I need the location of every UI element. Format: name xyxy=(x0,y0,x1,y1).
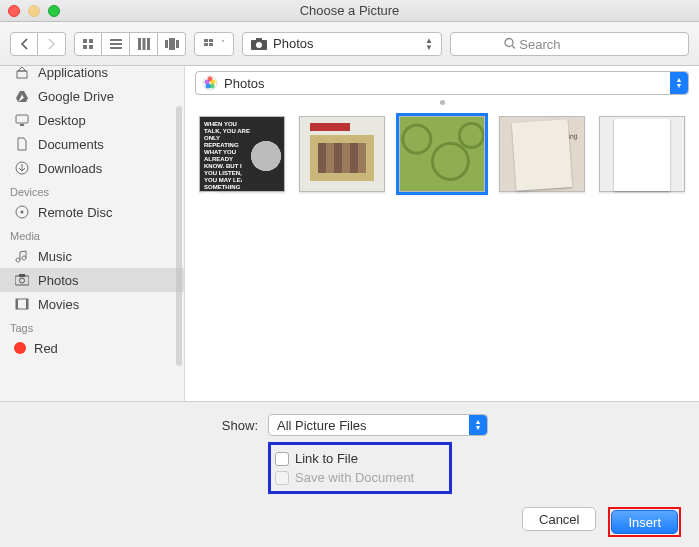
sidebar-item-label: Photos xyxy=(38,273,78,288)
google-drive-icon xyxy=(14,88,30,104)
view-mode-buttons xyxy=(74,32,186,56)
svg-line-21 xyxy=(512,46,515,49)
sidebar-item-label: Remote Disc xyxy=(38,205,112,220)
sidebar-item-tag-red[interactable]: Red xyxy=(0,336,184,360)
photos-app-icon xyxy=(202,75,218,91)
forward-button xyxy=(38,32,66,56)
svg-rect-28 xyxy=(15,276,29,285)
svg-rect-16 xyxy=(209,43,213,46)
icon-grid[interactable]: WHEN YOU TALK, YOU ARE ONLY REPEATING WH… xyxy=(185,106,699,401)
svg-rect-18 xyxy=(256,38,262,41)
movies-icon xyxy=(14,296,30,312)
sidebar-item-label: Red xyxy=(34,341,58,356)
svg-rect-29 xyxy=(19,274,25,277)
svg-rect-0 xyxy=(83,39,87,43)
nav-buttons xyxy=(10,32,66,56)
window-title: Choose a Picture xyxy=(0,3,699,18)
location-label: Photos xyxy=(273,36,313,51)
sidebar-item-label: Desktop xyxy=(38,113,86,128)
checkbox-label: Link to File xyxy=(295,451,358,466)
svg-rect-4 xyxy=(110,39,122,41)
arrange-button[interactable]: ˅ xyxy=(194,32,234,56)
svg-point-39 xyxy=(205,80,210,85)
sidebar-item-desktop[interactable]: Desktop xyxy=(0,108,184,132)
sidebar-item-label: Music xyxy=(38,249,72,264)
dialog-buttons: Cancel Insert xyxy=(18,497,681,537)
path-label: Photos xyxy=(224,76,264,91)
svg-rect-22 xyxy=(17,71,27,78)
svg-rect-15 xyxy=(204,43,208,46)
sidebar-item-google-drive[interactable]: Google Drive xyxy=(0,84,184,108)
checkbox-icon xyxy=(275,452,289,466)
sidebar-item-label: Google Drive xyxy=(38,89,114,104)
search-input[interactable] xyxy=(450,32,689,56)
sidebar-item-movies[interactable]: Movies xyxy=(0,292,184,316)
save-with-document-checkbox: Save with Document xyxy=(275,468,443,487)
icon-view-button[interactable] xyxy=(74,32,102,56)
back-button[interactable] xyxy=(10,32,38,56)
svg-rect-10 xyxy=(165,40,168,48)
link-options-highlight: Link to File Save with Document xyxy=(268,442,452,494)
svg-point-30 xyxy=(20,278,25,283)
sidebar-heading-tags: Tags xyxy=(0,316,184,336)
updown-icon: ▲▼ xyxy=(469,415,487,435)
svg-rect-12 xyxy=(176,40,179,48)
insert-button-highlight: Insert xyxy=(608,507,681,537)
photo-thumbnail[interactable]: WHEN YOU TALK, YOU ARE ONLY REPEATING WH… xyxy=(199,116,285,192)
svg-rect-8 xyxy=(142,38,145,50)
checkbox-icon xyxy=(275,471,289,485)
path-bar: Photos ▲▼ xyxy=(185,66,699,100)
camera-icon xyxy=(14,272,30,288)
path-popup[interactable]: Photos ▲▼ xyxy=(195,71,689,95)
toolbar: ˅ Photos ▲▼ Search xyxy=(0,22,699,66)
sidebar-item-remote-disc[interactable]: Remote Disc xyxy=(0,200,184,224)
sidebar-item-music[interactable]: Music xyxy=(0,244,184,268)
svg-rect-2 xyxy=(83,45,87,49)
svg-rect-32 xyxy=(16,299,18,309)
arrange-button-group: ˅ xyxy=(194,32,234,56)
red-tag-icon xyxy=(14,342,26,354)
music-icon xyxy=(14,248,30,264)
file-type-value: All Picture Files xyxy=(277,418,367,433)
sidebar-item-applications[interactable]: Applications xyxy=(0,66,184,84)
search-field[interactable]: Search xyxy=(450,32,689,56)
sidebar-item-photos[interactable]: Photos xyxy=(0,268,184,292)
sidebar-scrollbar[interactable] xyxy=(176,106,182,366)
link-to-file-checkbox[interactable]: Link to File xyxy=(275,449,443,468)
column-view-button[interactable] xyxy=(130,32,158,56)
sidebar-heading-media: Media xyxy=(0,224,184,244)
sidebar: Applications Google Drive Desktop Docume… xyxy=(0,66,185,401)
sidebar-item-label: Applications xyxy=(38,66,108,80)
sidebar-item-documents[interactable]: Documents xyxy=(0,132,184,156)
file-type-select[interactable]: All Picture Files ▲▼ xyxy=(268,414,488,436)
svg-rect-13 xyxy=(204,39,208,42)
sidebar-item-downloads[interactable]: Downloads xyxy=(0,156,184,180)
sidebar-item-label: Movies xyxy=(38,297,79,312)
svg-point-19 xyxy=(256,42,262,48)
cancel-button[interactable]: Cancel xyxy=(522,507,596,531)
svg-rect-5 xyxy=(110,43,122,45)
disc-icon xyxy=(14,204,30,220)
insert-button[interactable]: Insert xyxy=(611,510,678,534)
camera-icon xyxy=(251,38,267,50)
updown-icon: ▲▼ xyxy=(670,72,688,94)
sidebar-item-label: Documents xyxy=(38,137,104,152)
download-icon xyxy=(14,160,30,176)
coverflow-view-button[interactable] xyxy=(158,32,186,56)
svg-rect-24 xyxy=(20,124,24,126)
svg-rect-3 xyxy=(89,45,93,49)
svg-rect-23 xyxy=(16,115,28,123)
loading-dot-icon xyxy=(440,100,445,105)
photo-thumbnail[interactable]: The Art of Thinking ClearlyROLF DOBELLI xyxy=(499,116,585,192)
show-label: Show: xyxy=(18,418,258,433)
photo-thumbnail[interactable] xyxy=(299,116,385,192)
sidebar-item-label: Downloads xyxy=(38,161,102,176)
svg-point-20 xyxy=(505,39,513,47)
app-icon xyxy=(14,66,30,80)
photo-thumbnail[interactable]: MASTERING CIVILITY xyxy=(599,116,685,192)
location-popup[interactable]: Photos ▲▼ xyxy=(242,32,442,56)
photo-thumbnail-selected[interactable] xyxy=(399,116,485,192)
sidebar-heading-devices: Devices xyxy=(0,180,184,200)
list-view-button[interactable] xyxy=(102,32,130,56)
search-icon: Search xyxy=(504,36,560,51)
